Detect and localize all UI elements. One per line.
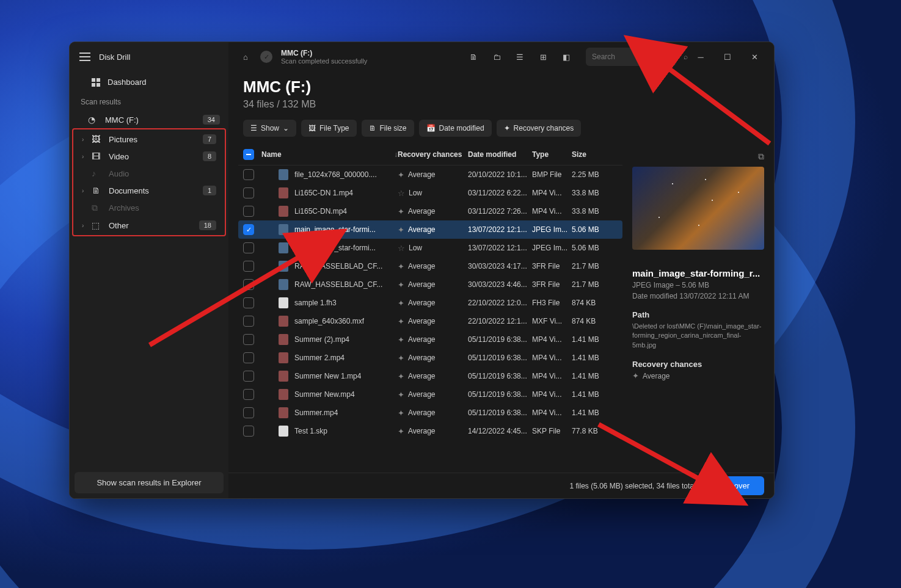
recover-button[interactable]: Recover <box>706 476 764 495</box>
filetype-filter-button[interactable]: 🖼File Type <box>301 120 356 137</box>
minimize-icon[interactable]: ─ <box>688 47 713 67</box>
row-checkbox[interactable] <box>243 334 254 345</box>
type-value: MXF Vi... <box>532 317 572 325</box>
table-row[interactable]: Summer 2.mp4 Average 05/11/2019 6:38... … <box>238 349 622 367</box>
category-highlight: › 🖼 Pictures 7› 🎞 Video 8 ♪ Audio › 🗎 Do… <box>72 128 226 236</box>
row-checkbox[interactable] <box>243 242 254 253</box>
size-value: 1.41 MB <box>572 390 618 399</box>
file-icon[interactable]: 🗎 <box>464 47 483 67</box>
star-icon <box>398 207 404 216</box>
search-input[interactable] <box>592 53 684 61</box>
type-value: MP4 Vi... <box>532 390 572 399</box>
size-column-header[interactable]: Size <box>572 150 618 159</box>
preview-meta-type: JPEG Image – 5.06 MB <box>632 281 764 289</box>
preview-image <box>632 167 764 250</box>
table-row[interactable]: file_1024x768_000000.... Average 20/10/2… <box>238 165 622 184</box>
audio-icon: ♪ <box>92 169 103 178</box>
maximize-icon[interactable]: ☐ <box>715 47 740 67</box>
table-row[interactable]: sample_640x360.mxf Average 22/10/2022 12… <box>238 312 622 330</box>
hamburger-icon[interactable] <box>79 53 90 61</box>
sidebar: Disk Drill Dashboard Scan results ◔ MMC … <box>70 42 228 498</box>
row-checkbox[interactable] <box>243 389 254 400</box>
select-all-checkbox[interactable] <box>243 149 254 160</box>
type-column-header[interactable]: Type <box>532 150 572 159</box>
table-row[interactable]: Li165C-DN.mp4 Average 03/11/2022 7:26...… <box>238 202 622 220</box>
type-value: MP4 Vi... <box>532 335 572 344</box>
split-view-icon[interactable]: ◧ <box>556 47 576 67</box>
table-row[interactable]: Summer New.mp4 Average 05/11/2019 6:38..… <box>238 385 622 404</box>
recovery-value: Average <box>408 408 435 417</box>
row-checkbox[interactable] <box>243 261 254 272</box>
badge: 8 <box>203 151 216 161</box>
row-checkbox[interactable] <box>243 316 254 327</box>
row-checkbox[interactable] <box>243 371 254 382</box>
popout-icon[interactable]: ⧉ <box>632 151 764 162</box>
badge: 1 <box>203 186 216 195</box>
star-icon <box>398 390 404 399</box>
row-checkbox[interactable] <box>243 169 254 180</box>
preview-meta-date: Date modified 13/07/2022 12:11 AM <box>632 292 764 300</box>
row-checkbox[interactable] <box>243 279 254 290</box>
table-row[interactable]: Test 1.skp Average 14/12/2022 4:45... SK… <box>238 422 622 440</box>
tree-item-root[interactable]: ◔ MMC (F:) 34 <box>70 111 228 128</box>
recovery-value: Average <box>408 280 435 289</box>
sidebar-item-video[interactable]: › 🎞 Video 8 <box>73 148 225 165</box>
table-row[interactable]: Li165C-DN 1.mp4 Low 03/11/2022 6:22... M… <box>238 184 622 202</box>
badge: 34 <box>203 115 220 125</box>
table-row[interactable]: Summer New 1.mp4 Average 05/11/2019 6:38… <box>238 367 622 385</box>
file-icon <box>279 316 288 327</box>
date-column-header[interactable]: Date modified <box>468 150 532 159</box>
row-checkbox[interactable] <box>243 426 254 437</box>
file-icon <box>279 407 288 418</box>
row-checkbox[interactable] <box>243 297 254 308</box>
row-checkbox[interactable] <box>243 352 254 363</box>
date-value: 13/07/2022 12:1... <box>468 225 532 234</box>
filesize-filter-button[interactable]: 🗎File size <box>362 120 414 137</box>
dashboard-link[interactable]: Dashboard <box>70 71 228 93</box>
file-icon <box>279 224 288 235</box>
grid-view-icon[interactable]: ⊞ <box>533 47 553 67</box>
table-row[interactable]: Summer.mp4 Average 05/11/2019 6:38... MP… <box>238 404 622 422</box>
table-row[interactable]: RAW_HASSELBLAD_CF... Average 30/03/2023 … <box>238 275 622 294</box>
chevron-down-icon: ⌄ <box>283 124 289 132</box>
sidebar-item-documents[interactable]: › 🗎 Documents 1 <box>73 182 225 199</box>
sidebar-item-pictures[interactable]: › 🖼 Pictures 7 <box>73 131 225 148</box>
file-icon <box>279 426 288 437</box>
recovery-column-header[interactable]: Recovery chances <box>398 150 468 159</box>
table-row[interactable]: main_image_star-formi... Low 13/07/2022 … <box>238 239 622 257</box>
recovery-label: Recovery chances <box>632 360 764 369</box>
file-icon <box>279 389 288 400</box>
date-filter-button[interactable]: 📅Date modified <box>419 120 492 137</box>
row-checkbox[interactable] <box>243 407 254 418</box>
table-row[interactable]: sample 1.fh3 Average 22/10/2022 12:0... … <box>238 294 622 312</box>
filters: ☰Show⌄ 🖼File Type 🗎File size 📅Date modif… <box>228 112 774 144</box>
star-icon <box>398 427 404 436</box>
type-value: JPEG Im... <box>532 225 572 234</box>
star-icon <box>398 335 404 344</box>
name-column-header[interactable]: Name↓ <box>261 150 398 159</box>
list-view-icon[interactable]: ☰ <box>510 47 530 67</box>
sidebar-item-other[interactable]: › ⬚ Other 18 <box>73 217 225 234</box>
table-row[interactable]: RAW_HASSELBLAD_CF... Average 30/03/2023 … <box>238 257 622 275</box>
folder-icon[interactable]: 🗀 <box>487 47 506 67</box>
file-name: Summer.mp4 <box>294 408 338 417</box>
type-value: MP4 Vi... <box>532 408 572 417</box>
file-name: file_1024x768_000000.... <box>294 170 377 179</box>
row-checkbox[interactable] <box>243 187 254 198</box>
row-checkbox[interactable] <box>243 206 254 217</box>
recovery-filter-button[interactable]: ✦Recovery chances <box>497 120 582 137</box>
file-icon <box>279 297 288 308</box>
size-value: 21.7 MB <box>572 262 618 270</box>
file-icon <box>279 206 288 217</box>
window-controls: ─ ☐ ✕ <box>688 47 767 67</box>
show-filter-button[interactable]: ☰Show⌄ <box>243 120 296 137</box>
drive-icon: ◔ <box>88 115 99 125</box>
search-box[interactable]: ⌕ <box>586 48 676 66</box>
table-body[interactable]: file_1024x768_000000.... Average 20/10/2… <box>238 165 622 473</box>
home-icon[interactable]: ⌂ <box>236 47 255 67</box>
show-in-explorer-button[interactable]: Show scan results in Explorer <box>75 472 224 493</box>
close-icon[interactable]: ✕ <box>742 47 767 67</box>
table-row[interactable]: main_image_star-formi... Average 13/07/2… <box>238 220 622 239</box>
table-row[interactable]: Summer (2).mp4 Average 05/11/2019 6:38..… <box>238 330 622 349</box>
row-checkbox[interactable] <box>243 224 254 235</box>
